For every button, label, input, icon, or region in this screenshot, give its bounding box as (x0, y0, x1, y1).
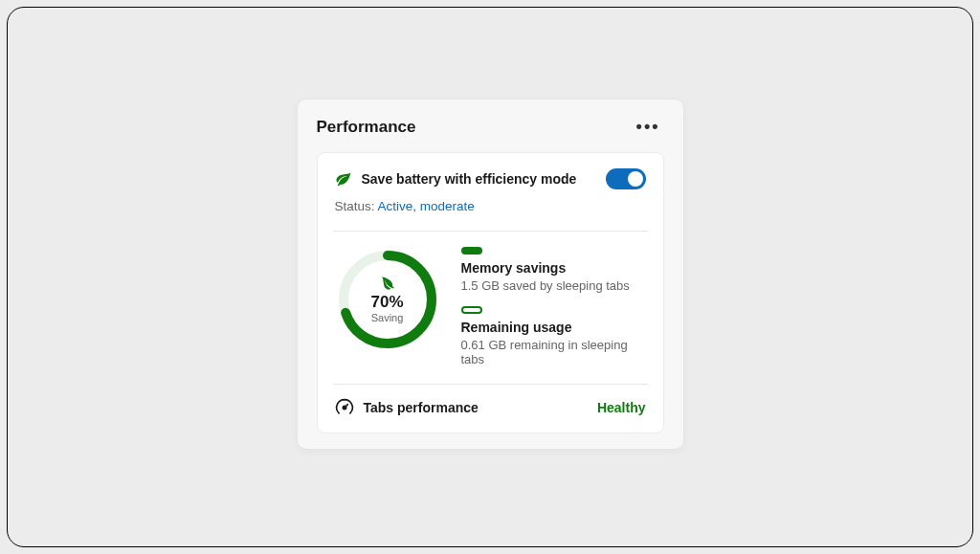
memory-savings-title: Memory savings (461, 260, 646, 276)
gauge-percent: 70% (370, 293, 403, 312)
performance-card: Performance ••• Save battery with effici… (297, 99, 684, 450)
memory-savings-desc: 1.5 GB saved by sleeping tabs (461, 278, 646, 293)
remaining-usage-title: Remaining usage (461, 320, 646, 335)
efficiency-label: Save battery with efficiency mode (362, 171, 577, 187)
performance-panel: Save battery with efficiency mode Status… (317, 152, 664, 433)
card-title: Performance (317, 118, 416, 137)
tabs-perf-left: Tabs performance (335, 398, 479, 417)
memory-savings-item: Memory savings 1.5 GB saved by sleeping … (461, 247, 646, 293)
efficiency-mode-row: Save battery with efficiency mode (335, 168, 646, 189)
status-row: Status: Active, moderate (335, 199, 646, 213)
savings-gauge: 70% Saving (335, 247, 440, 352)
status-prefix: Status: (335, 199, 378, 213)
stats-info: Memory savings 1.5 GB saved by sleeping … (461, 247, 646, 366)
svg-line-3 (345, 405, 347, 408)
pill-outline-icon (461, 306, 482, 314)
gauge-leaf-icon (380, 276, 395, 291)
stats-row: 70% Saving Memory savings 1.5 GB saved b… (335, 232, 646, 384)
remaining-usage-item: Remaining usage 0.61 GB remaining in sle… (461, 306, 646, 366)
gauge-caption: Saving (371, 312, 404, 323)
speedometer-icon (335, 398, 354, 417)
toggle-knob (628, 171, 643, 187)
app-frame: Performance ••• Save battery with effici… (7, 7, 973, 547)
gauge-center: 70% Saving (335, 247, 440, 352)
more-button[interactable]: ••• (633, 117, 664, 137)
tabs-performance-row[interactable]: Tabs performance Healthy (335, 385, 646, 425)
status-link[interactable]: Active, moderate (378, 199, 475, 213)
efficiency-left: Save battery with efficiency mode (335, 170, 577, 188)
pill-filled-icon (461, 247, 482, 255)
leaf-icon (335, 170, 352, 188)
tabs-perf-label: Tabs performance (364, 400, 479, 415)
card-header: Performance ••• (317, 117, 664, 137)
efficiency-toggle[interactable] (606, 168, 646, 189)
remaining-usage-desc: 0.61 GB remaining in sleeping tabs (461, 338, 646, 366)
health-status-badge: Healthy (597, 400, 646, 415)
